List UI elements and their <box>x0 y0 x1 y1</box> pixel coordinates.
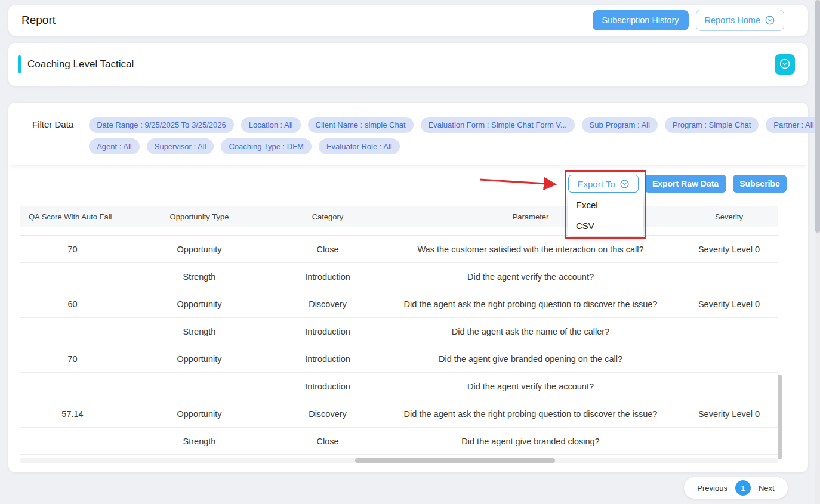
filter-chip-coaching-type: Coaching Type : DFM <box>221 138 311 154</box>
dropdown-option-excel[interactable]: Excel <box>568 194 643 215</box>
cell-qa-score: 57.14 <box>20 409 125 419</box>
filter-section: Filter Data Date Range : 9/25/2025 To 3/… <box>8 103 808 165</box>
chevron-down-circle-icon <box>764 15 775 26</box>
table-row: 60 Opportunity Discovery Did the agent a… <box>20 290 778 318</box>
filter-data-label: Filter Data <box>32 119 73 154</box>
section-collapse-button[interactable] <box>775 54 795 75</box>
filter-chip-sub-program: Sub Program : All <box>582 117 658 133</box>
filter-chip-location: Location : All <box>241 117 301 133</box>
filter-chips: Date Range : 9/25/2025 To 3/25/2026 Loca… <box>89 117 820 154</box>
table-row: 70 Opportunity Close Was the customer sa… <box>20 236 778 263</box>
previous-page-button[interactable]: Previous <box>697 484 727 493</box>
reports-home-button[interactable]: Reports Home <box>696 10 784 31</box>
cell-category: Introduction <box>274 354 381 364</box>
filter-chip-supervisor: Supervisor : All <box>147 138 214 154</box>
cell-parameter: Was the customer satisfied with the inte… <box>381 245 680 254</box>
export-raw-data-label: Export Raw Data <box>652 179 719 188</box>
next-page-button[interactable]: Next <box>759 484 775 493</box>
current-page-button[interactable]: 1 <box>735 480 751 496</box>
cell-parameter: Did the agent ask the right probing ques… <box>381 299 680 309</box>
table-horizontal-scrollbar[interactable] <box>20 458 778 463</box>
cell-opportunity-type: Strength <box>125 437 274 446</box>
filter-chip-program: Program : Simple Chat <box>665 117 759 133</box>
table-row: Strength Close Did the agent give brande… <box>20 428 778 455</box>
cell-severity: Severity Level 0 <box>680 299 778 309</box>
cell-category: Close <box>274 245 381 254</box>
subscribe-label: Subscribe <box>739 179 780 188</box>
column-header-category: Category <box>274 212 381 221</box>
column-header-qa-score: QA Score With Auto Fail <box>20 212 125 221</box>
filter-chip-client-name: Client Name : simple Chat <box>308 117 414 133</box>
cell-opportunity-type: Opportunity <box>125 299 274 309</box>
filter-chip-partner: Partner : All <box>766 117 820 133</box>
top-actions: Subscription History Reports Home <box>593 10 784 31</box>
cell-parameter: Did the agent ask the name of the caller… <box>381 327 680 336</box>
cell-category: Introduction <box>274 382 381 391</box>
table-row: Strength Introduction Did the agent veri… <box>20 263 778 290</box>
cell-opportunity-type: Strength <box>125 272 274 282</box>
cell-qa-score: 70 <box>20 245 125 254</box>
cell-opportunity-type: Opportunity <box>125 354 274 364</box>
cell-parameter: Did the agent verify the account? <box>381 272 680 282</box>
cell-opportunity-type: Opportunity <box>125 409 274 419</box>
cell-severity: Severity Level 0 <box>680 245 778 254</box>
cell-parameter: Did the agent give branded closing? <box>381 437 680 446</box>
cell-parameter: Did the agent verify the account? <box>381 382 680 391</box>
page-scrollbar[interactable] <box>815 0 820 504</box>
chevron-down-circle-icon <box>779 58 791 72</box>
reports-home-label: Reports Home <box>705 16 760 25</box>
table-header-row: QA Score With Auto Fail Opportunity Type… <box>20 206 778 227</box>
horizontal-scrollbar-thumb[interactable] <box>355 458 555 463</box>
export-to-button[interactable]: Export To <box>568 175 639 193</box>
table-row: Introduction Did the agent verify the ac… <box>20 373 778 400</box>
cell-category: Introduction <box>274 327 381 336</box>
chevron-down-circle-icon <box>619 179 630 189</box>
cell-category: Introduction <box>274 272 381 282</box>
cell-category: Discovery <box>274 299 381 309</box>
cell-parameter: Did the agent ask the right probing ques… <box>381 409 680 419</box>
section-bar: Coaching Level Tactical <box>8 43 808 86</box>
cell-category: Close <box>274 437 381 446</box>
dropdown-option-csv[interactable]: CSV <box>568 215 643 236</box>
cell-category: Discovery <box>274 409 381 419</box>
cell-opportunity-type: Opportunity <box>125 245 274 254</box>
subscription-history-button[interactable]: Subscription History <box>593 10 689 30</box>
table-body: 70 Opportunity Close Was the customer sa… <box>20 227 778 455</box>
export-raw-data-button[interactable]: Export Raw Data <box>645 175 726 193</box>
cell-qa-score: 70 <box>20 354 125 364</box>
top-bar: Report Subscription History Reports Home <box>8 5 808 36</box>
cell-severity: Severity Level 0 <box>680 409 778 419</box>
cell-qa-score: 60 <box>20 299 125 309</box>
table-row: 57.14 Opportunity Discovery Did the agen… <box>20 400 778 428</box>
filter-chip-evaluation-form: Evaluation Form : Simple Chat Form V... <box>421 117 575 133</box>
page-scrollbar-thumb[interactable] <box>815 0 820 233</box>
section-title: Coaching Level Tactical <box>27 58 134 70</box>
subscription-history-label: Subscription History <box>602 16 679 25</box>
pagination: Previous 1 Next <box>684 477 788 499</box>
filter-chip-date-range: Date Range : 9/25/2025 To 3/25/2026 <box>89 117 234 133</box>
column-header-opportunity-type: Opportunity Type <box>125 212 274 221</box>
table-row: Strength Introduction Did the agent ask … <box>20 318 778 345</box>
report-card: Filter Data Date Range : 9/25/2025 To 3/… <box>8 103 808 472</box>
subscribe-button[interactable]: Subscribe <box>733 175 787 193</box>
filter-chip-agent: Agent : All <box>89 138 140 154</box>
export-to-dropdown: Excel CSV <box>568 194 643 236</box>
section-accent-bar <box>18 55 21 73</box>
page-title: Report <box>21 14 56 27</box>
export-to-label: Export To <box>577 179 615 189</box>
table-row-partial <box>20 227 778 236</box>
column-header-severity: Severity <box>680 212 778 221</box>
table-row: 70 Opportunity Introduction Did the agen… <box>20 345 778 373</box>
table-vertical-scrollbar-thumb[interactable] <box>778 375 782 459</box>
cell-parameter: Did the agent give branded opening on th… <box>381 354 680 364</box>
cell-opportunity-type: Strength <box>125 327 274 336</box>
filter-chip-evaluator-role: Evaluator Role : All <box>319 138 400 154</box>
